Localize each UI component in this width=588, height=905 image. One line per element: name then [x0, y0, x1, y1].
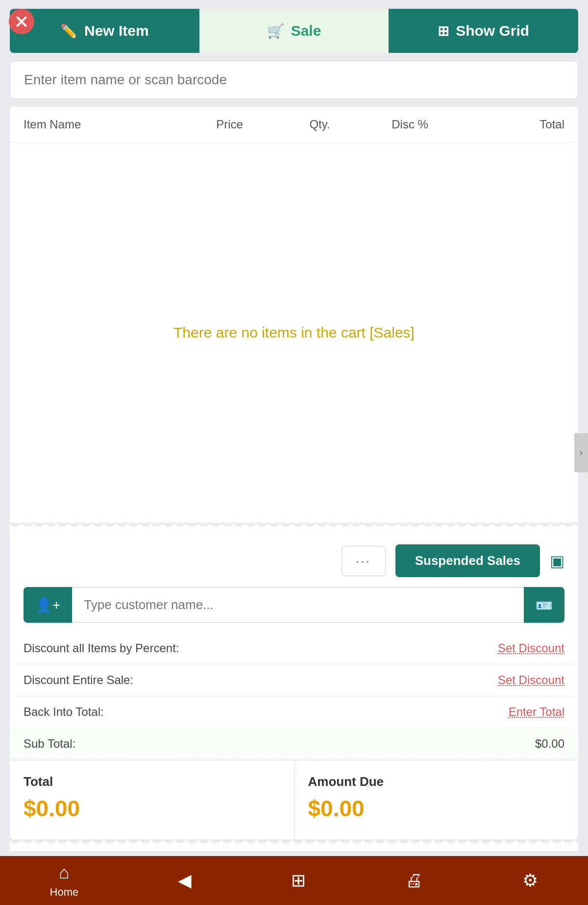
amount-due-box: Amount Due $0.00 — [294, 760, 579, 839]
enter-total-link[interactable]: Enter Total — [509, 705, 564, 719]
total-box: Total $0.00 — [10, 760, 294, 839]
note-icon[interactable]: ▣ — [550, 552, 564, 570]
id-card-icon: 🪪 — [536, 597, 553, 613]
nav-back[interactable]: ◀ — [178, 870, 192, 891]
nav-settings[interactable]: ⚙ — [522, 870, 538, 891]
col-item-name: Item Name — [24, 118, 178, 131]
nav-print[interactable]: 🖨 — [405, 870, 423, 891]
customer-row: 👤+ 🪪 — [24, 587, 564, 623]
action-row: ··· Suspended Sales ▣ — [10, 535, 578, 587]
close-button[interactable] — [9, 9, 34, 34]
search-input[interactable] — [10, 61, 578, 99]
tab-show-grid-label: Show Grid — [456, 23, 529, 39]
zigzag-separator — [10, 523, 578, 535]
total-value: $0.00 — [24, 795, 280, 822]
subtotal-label: Sub Total: — [24, 737, 75, 751]
discount-all-label: Discount all Items by Percent: — [24, 641, 179, 655]
back-icon: ◀ — [178, 870, 192, 891]
total-section: Total $0.00 Amount Due $0.00 — [10, 760, 578, 839]
empty-cart-message: There are no items in the cart [Sales] — [10, 143, 578, 523]
amount-due-label: Amount Due — [308, 774, 565, 789]
discount-sale-row: Discount Entire Sale: Set Discount — [10, 664, 578, 696]
tab-new-item-label: New Item — [84, 23, 149, 39]
home-icon: ⌂ — [59, 862, 70, 883]
back-into-label: Back Into Total: — [24, 705, 104, 719]
tab-sale[interactable]: 🛒 Sale — [199, 9, 389, 53]
zigzag-after — [10, 839, 578, 851]
set-discount-all-link[interactable]: Set Discount — [498, 641, 564, 655]
main-container: ✏️ New Item 🛒 Sale ⊞ Show Grid Item Name… — [0, 0, 588, 856]
discount-all-row: Discount all Items by Percent: Set Disco… — [10, 633, 578, 664]
set-discount-sale-link[interactable]: Set Discount — [498, 673, 564, 687]
nav-qr[interactable]: ⊞ — [291, 870, 306, 891]
suspended-sales-button[interactable]: Suspended Sales — [395, 544, 540, 577]
total-label: Total — [24, 774, 280, 789]
col-price: Price — [178, 118, 281, 131]
amount-due-value: $0.00 — [308, 795, 565, 822]
sale-icon: 🛒 — [267, 23, 284, 39]
more-button[interactable]: ··· — [342, 546, 386, 576]
customer-name-input[interactable] — [72, 587, 524, 623]
discount-sale-label: Discount Entire Sale: — [24, 673, 133, 687]
tab-bar: ✏️ New Item 🛒 Sale ⊞ Show Grid — [10, 9, 578, 53]
settings-icon: ⚙ — [522, 870, 538, 891]
back-into-row: Back Into Total: Enter Total — [10, 696, 578, 728]
col-qty: Qty. — [281, 118, 359, 131]
col-total: Total — [462, 118, 564, 131]
subtotal-row: Sub Total: $0.00 — [10, 728, 578, 760]
qr-icon: ⊞ — [291, 870, 306, 891]
tab-new-item[interactable]: ✏️ New Item — [10, 9, 199, 53]
cart-section: Item Name Price Qty. Disc % Total There … — [10, 107, 578, 523]
col-disc: Disc % — [358, 118, 461, 131]
bottom-nav: ⌂ Home ◀ ⊞ 🖨 ⚙ — [0, 856, 588, 905]
tab-sale-label: Sale — [291, 23, 321, 39]
customer-id-button[interactable]: 🪪 — [524, 587, 564, 623]
new-item-icon: ✏️ — [60, 23, 77, 39]
bottom-panel: ··· Suspended Sales ▣ 👤+ 🪪 Discount all … — [10, 535, 578, 839]
nav-home-label: Home — [50, 886, 79, 899]
add-customer-icon: 👤+ — [35, 597, 60, 613]
nav-home[interactable]: ⌂ Home — [50, 862, 79, 899]
grid-icon: ⊞ — [438, 23, 449, 39]
print-icon: 🖨 — [405, 870, 423, 891]
subtotal-value: $0.00 — [535, 737, 564, 751]
cart-headers: Item Name Price Qty. Disc % Total — [10, 107, 578, 143]
tab-show-grid[interactable]: ⊞ Show Grid — [389, 9, 578, 53]
add-customer-button[interactable]: 👤+ — [24, 587, 72, 623]
side-arrow[interactable]: › — [574, 433, 588, 472]
